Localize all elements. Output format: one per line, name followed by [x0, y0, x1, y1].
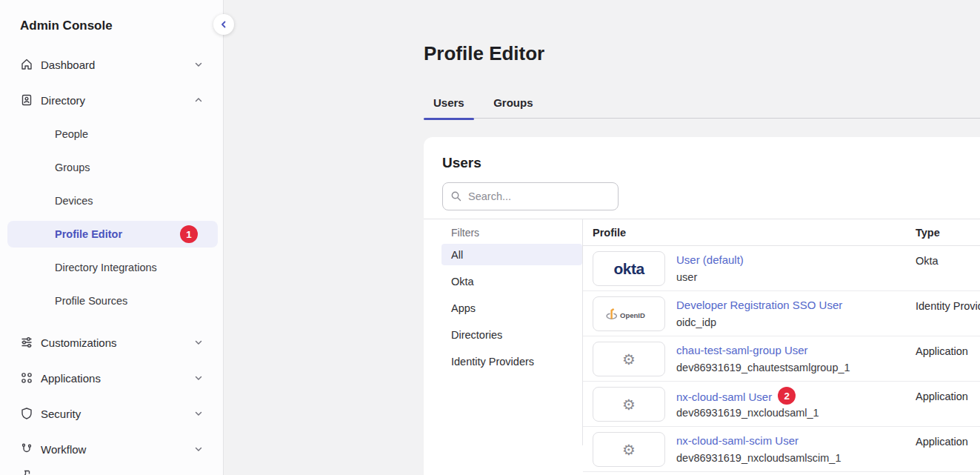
- search-input[interactable]: [442, 182, 619, 210]
- filters-label: Filters: [441, 227, 582, 239]
- okta-logo-text: okta: [613, 260, 644, 278]
- gear-icon: ⚙: [593, 432, 665, 467]
- sidebar-item-profile-editor[interactable]: Profile Editor 1: [7, 221, 218, 248]
- filter-okta[interactable]: Okta: [441, 270, 582, 292]
- profile-link[interactable]: nx-cloud-saml-scim User: [676, 434, 799, 447]
- filter-apps[interactable]: Apps: [441, 297, 582, 319]
- profile-type: Okta: [916, 255, 939, 267]
- profile-link[interactable]: nx-cloud-saml User: [676, 391, 772, 403]
- sidebar-item-applications[interactable]: Applications: [0, 360, 223, 396]
- filters-panel: Filters All Okta Apps Directories Identi…: [424, 219, 583, 445]
- sidebar-item-label: Devices: [55, 195, 93, 207]
- profile-type: Application: [916, 391, 968, 402]
- table-row: OpenID Developer Registration SSO User o…: [583, 291, 980, 336]
- app-title: Admin Console: [0, 0, 223, 33]
- search-icon: [450, 190, 462, 202]
- profile-link[interactable]: chau-test-saml-group User: [676, 344, 808, 356]
- openid-logo-graphic: OpenID: [605, 308, 653, 321]
- filter-all[interactable]: All: [441, 244, 582, 265]
- sidebar-item-directory[interactable]: Directory: [0, 82, 223, 118]
- apps-grid-icon: [20, 371, 33, 385]
- chevron-down-icon: [194, 409, 203, 418]
- table-row: ⚙ chau-test-saml-group User dev86931619_…: [583, 336, 980, 382]
- profiles-table: Profile Type okta User (default) user Ok…: [583, 219, 980, 445]
- table-row: ⚙ nx-cloud-saml-scim User dev86931619_nx…: [583, 427, 980, 472]
- filter-identity-providers[interactable]: Identity Providers: [441, 351, 582, 372]
- chevron-up-icon: [194, 96, 203, 104]
- table-row: ⚙ nx-cloud-saml User2 dev86931619_nxclou…: [583, 382, 980, 427]
- sidebar-item-label: Profile Sources: [55, 295, 127, 307]
- sidebar-nav: Dashboard Directory People Groups Device…: [0, 47, 223, 467]
- sidebar-item-label: Profile Editor: [55, 228, 122, 240]
- sidebar-item-dashboard[interactable]: Dashboard: [0, 47, 223, 82]
- sidebar-item-profile-sources[interactable]: Profile Sources: [7, 288, 218, 314]
- table-row: okta User (default) user Okta: [583, 246, 980, 291]
- profile-type: Application: [916, 345, 968, 357]
- profile-type: Identity Provider: [916, 300, 980, 312]
- profile-subtitle: oidc_idp: [676, 316, 716, 328]
- gear-icon: ⚙: [593, 342, 665, 376]
- shield-icon: [20, 407, 33, 420]
- tab-groups[interactable]: Groups: [484, 90, 542, 119]
- sidebar-item-groups[interactable]: Groups: [7, 154, 218, 181]
- sidebar-item-label: Groups: [55, 162, 90, 173]
- users-section: Filters All Okta Apps Directories Identi…: [424, 219, 980, 445]
- profile-editor-tabs: Users Groups: [424, 90, 980, 119]
- column-header-profile: Profile: [593, 227, 626, 239]
- partial-nav-icon: [21, 469, 33, 475]
- openid-logo: OpenID: [593, 296, 665, 331]
- chevron-down-icon: [194, 60, 203, 69]
- step-badge-2: 2: [778, 387, 796, 405]
- profile-link[interactable]: Developer Registration SSO User: [676, 299, 842, 311]
- filter-directories[interactable]: Directories: [441, 324, 582, 345]
- sidebar-item-label: Workflow: [41, 443, 194, 456]
- sidebar-item-label: Security: [41, 408, 194, 420]
- chevron-down-icon: [194, 373, 203, 382]
- sidebar-item-label: Directory Integrations: [55, 262, 157, 273]
- chevron-down-icon: [194, 338, 203, 347]
- users-panel: Users Filters All Okta Apps Directories …: [424, 137, 980, 475]
- openid-logo-text: OpenID: [620, 310, 645, 319]
- sidebar-item-label: Directory: [41, 94, 194, 107]
- sidebar-item-workflow[interactable]: Workflow: [0, 431, 223, 467]
- chevron-down-icon: [194, 445, 203, 454]
- sidebar-item-customizations[interactable]: Customizations: [0, 325, 223, 360]
- profile-subtitle: dev86931619_nxcloudsaml_1: [676, 407, 819, 419]
- sidebar-item-label: People: [55, 128, 88, 140]
- chevron-left-icon: [219, 20, 228, 29]
- column-header-type: Type: [916, 227, 940, 239]
- sidebar-collapse-button[interactable]: [213, 14, 234, 35]
- search-box: [442, 182, 619, 210]
- workflow-icon: [20, 442, 33, 456]
- directory-subnav: People Groups Devices Profile Editor 1 D…: [0, 118, 223, 325]
- sidebar-item-people[interactable]: People: [7, 121, 218, 147]
- sidebar-item-devices[interactable]: Devices: [7, 187, 218, 214]
- table-header: Profile Type: [583, 219, 980, 246]
- gear-icon: ⚙: [593, 387, 665, 422]
- profile-subtitle: dev86931619_nxcloudsamlscim_1: [676, 452, 841, 464]
- profile-subtitle: user: [676, 271, 697, 283]
- profile-link[interactable]: User (default): [676, 253, 744, 266]
- sidebar-item-security[interactable]: Security: [0, 396, 223, 431]
- profile-subtitle: dev86931619_chautestsamlgroup_1: [676, 362, 850, 373]
- tab-users[interactable]: Users: [424, 90, 474, 119]
- sliders-icon: [20, 336, 33, 349]
- sidebar-item-label: Applications: [41, 372, 194, 385]
- directory-badge-icon: [20, 93, 33, 107]
- sidebar-item-label: Dashboard: [41, 59, 194, 71]
- page-title: Profile Editor: [424, 42, 544, 65]
- sidebar-item-label: Customizations: [41, 336, 194, 349]
- sidebar-item-directory-integrations[interactable]: Directory Integrations: [7, 254, 218, 281]
- step-badge-1: 1: [180, 225, 198, 243]
- profile-type: Application: [916, 436, 968, 448]
- users-panel-title: Users: [442, 155, 980, 171]
- okta-logo: okta: [593, 251, 665, 286]
- sidebar: Admin Console Dashboard Directory People: [0, 0, 224, 475]
- home-icon: [20, 58, 33, 71]
